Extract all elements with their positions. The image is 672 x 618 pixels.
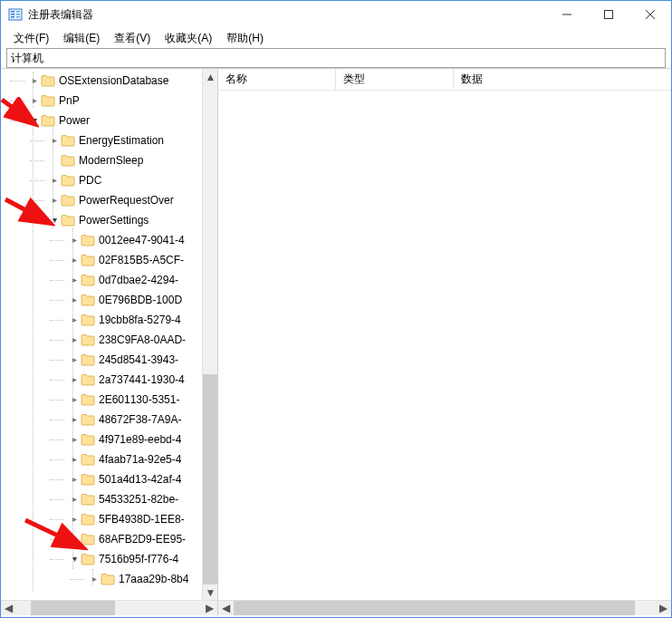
tree-item-label: ModernSleep xyxy=(79,154,143,167)
folder-icon xyxy=(81,333,95,346)
tree-item-label: OSExtensionDatabase xyxy=(59,74,168,87)
scroll-down-arrow-icon[interactable]: ▼ xyxy=(203,584,218,600)
tree-item[interactable]: ▸2E601130-5351- xyxy=(1,390,217,410)
regedit-app-icon xyxy=(8,7,23,22)
tree-item[interactable]: ▸4f971e89-eebd-4 xyxy=(1,430,217,449)
tree-item-label: 02F815B5-A5CF- xyxy=(99,254,184,266)
scroll-track[interactable] xyxy=(16,601,202,615)
tree-item[interactable]: ▸PDC xyxy=(1,170,217,190)
expand-icon[interactable]: ▸ xyxy=(48,136,61,145)
folder-icon xyxy=(81,314,95,326)
expand-icon[interactable]: ▸ xyxy=(68,335,81,344)
scroll-thumb[interactable] xyxy=(203,374,217,584)
menu-help[interactable]: 帮助(H) xyxy=(219,29,271,48)
tree-item[interactable]: ▸4faab71a-92e5-4 xyxy=(1,449,217,469)
tree-item[interactable]: ▸OSExtensionDatabase xyxy=(1,71,217,91)
menu-view[interactable]: 查看(V) xyxy=(107,29,158,48)
collapse-icon[interactable]: ▾ xyxy=(68,555,81,564)
tree-item[interactable]: ▾PowerSettings xyxy=(1,210,217,230)
tree-item[interactable]: ▾7516b95f-f776-4 xyxy=(1,549,217,569)
column-name[interactable]: 名称 xyxy=(218,69,336,90)
tree-item[interactable]: ▸02F815B5-A5CF- xyxy=(1,250,217,270)
expand-icon[interactable]: ▸ xyxy=(48,196,61,205)
close-button[interactable] xyxy=(629,1,671,28)
tree-item[interactable]: ▸0d7dbae2-4294- xyxy=(1,270,217,290)
expand-icon[interactable]: ▸ xyxy=(68,515,81,524)
tree-item-label: 245d8541-3943- xyxy=(99,353,178,366)
scroll-thumb[interactable] xyxy=(31,601,114,615)
expand-icon[interactable]: ▸ xyxy=(68,535,81,544)
tree-item[interactable]: ▸PowerRequestOver xyxy=(1,190,217,210)
svg-rect-6 xyxy=(16,16,20,18)
folder-icon xyxy=(81,393,95,406)
address-bar[interactable]: 计算机 xyxy=(6,48,666,68)
expand-icon[interactable]: ▸ xyxy=(68,315,81,324)
collapse-icon[interactable]: ▾ xyxy=(28,116,41,125)
tree-item[interactable]: ▸0E796BDB-100D xyxy=(1,290,217,310)
expand-icon[interactable]: ▸ xyxy=(68,455,81,464)
list-horizontal-scrollbar[interactable]: ◀ ▶ xyxy=(218,600,671,615)
tree-item[interactable]: ▸19cbb8fa-5279-4 xyxy=(1,310,217,330)
folder-icon xyxy=(81,493,95,506)
expand-icon[interactable]: ▸ xyxy=(68,355,81,364)
expand-icon[interactable]: ▸ xyxy=(68,495,81,504)
tree-item[interactable]: ▸5FB4938D-1EE8- xyxy=(1,509,217,529)
expand-icon[interactable]: ▸ xyxy=(68,415,81,424)
tree-item[interactable]: ▸48672F38-7A9A- xyxy=(1,410,217,430)
collapse-icon[interactable]: ▾ xyxy=(48,216,61,225)
tree-item[interactable]: ▸245d8541-3943- xyxy=(1,350,217,370)
scroll-left-arrow-icon[interactable]: ◀ xyxy=(218,601,234,616)
scroll-track[interactable] xyxy=(203,84,217,584)
tree-item[interactable]: ▸0012ee47-9041-4 xyxy=(1,230,217,250)
tree-item-label: 68AFB2D9-EE95- xyxy=(99,533,186,546)
tree-item[interactable]: ModernSleep xyxy=(1,150,217,170)
tree-item-label: 19cbb8fa-5279-4 xyxy=(99,314,181,326)
column-type[interactable]: 类型 xyxy=(336,69,454,90)
scroll-left-arrow-icon[interactable]: ◀ xyxy=(1,601,16,616)
folder-icon xyxy=(41,114,55,127)
tree-item-label: 4faab71a-92e5-4 xyxy=(99,453,181,466)
scroll-up-arrow-icon[interactable]: ▲ xyxy=(203,69,218,84)
tree-view[interactable]: ▸OSExtensionDatabase▸PnP▾Power▸EnergyEst… xyxy=(1,69,217,600)
expand-icon[interactable]: ▸ xyxy=(68,375,81,384)
tree-item[interactable]: ▸68AFB2D9-EE95- xyxy=(1,529,217,549)
tree-item[interactable]: ▸238C9FA8-0AAD- xyxy=(1,330,217,350)
scroll-right-arrow-icon[interactable]: ▶ xyxy=(202,601,217,616)
menu-favorites[interactable]: 收藏夹(A) xyxy=(158,29,219,48)
tree-item[interactable]: ▸17aaa29b-8b4 xyxy=(1,569,217,589)
svg-rect-3 xyxy=(11,16,14,18)
tree-item[interactable]: ▸501a4d13-42af-4 xyxy=(1,469,217,489)
expand-icon[interactable]: ▸ xyxy=(68,475,81,484)
tree-item-label: 2a737441-1930-4 xyxy=(99,373,185,386)
scroll-track[interactable] xyxy=(234,601,656,615)
expand-icon[interactable]: ▸ xyxy=(68,435,81,444)
expand-icon[interactable]: ▸ xyxy=(28,76,41,85)
tree-item[interactable]: ▸EnergyEstimation xyxy=(1,130,217,150)
tree-item-label: 2E601130-5351- xyxy=(99,393,179,406)
expand-icon[interactable]: ▸ xyxy=(68,395,81,404)
tree-item-label: 0d7dbae2-4294- xyxy=(99,274,178,286)
expand-icon[interactable]: ▸ xyxy=(88,575,101,584)
expand-icon[interactable]: ▸ xyxy=(28,96,41,105)
expand-icon[interactable]: ▸ xyxy=(68,275,81,285)
tree-item[interactable]: ▸2a737441-1930-4 xyxy=(1,370,217,390)
minimize-button[interactable] xyxy=(546,1,588,28)
tree-item[interactable]: ▸54533251-82be- xyxy=(1,489,217,509)
menu-file[interactable]: 文件(F) xyxy=(6,29,56,48)
expand-icon[interactable]: ▸ xyxy=(68,256,81,265)
expand-icon[interactable]: ▸ xyxy=(48,176,61,185)
scroll-right-arrow-icon[interactable]: ▶ xyxy=(656,601,671,616)
tree-item[interactable]: ▸PnP xyxy=(1,91,217,111)
column-data[interactable]: 数据 xyxy=(454,69,671,90)
maximize-button[interactable] xyxy=(588,1,629,28)
tree-item[interactable]: ▾Power xyxy=(1,111,217,130)
expand-icon[interactable]: ▸ xyxy=(68,236,81,245)
folder-icon xyxy=(81,353,95,366)
scroll-thumb[interactable] xyxy=(234,601,635,615)
list-body[interactable] xyxy=(218,91,671,600)
tree-vertical-scrollbar[interactable]: ▲ ▼ xyxy=(202,69,217,600)
expand-icon[interactable]: ▸ xyxy=(68,295,81,304)
menu-edit[interactable]: 编辑(E) xyxy=(56,29,107,48)
tree-horizontal-scrollbar[interactable]: ◀ ▶ xyxy=(1,600,217,615)
svg-rect-1 xyxy=(11,11,14,13)
